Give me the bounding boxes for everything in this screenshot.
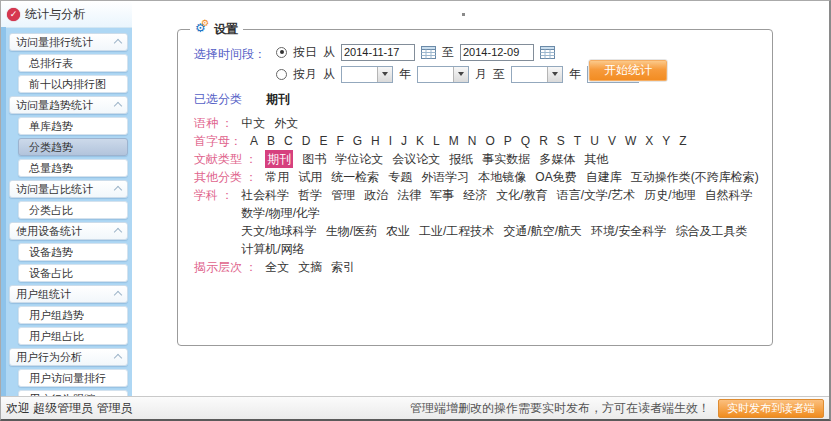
filter-option[interactable]: 中文 bbox=[241, 114, 265, 132]
filter-option[interactable]: 语言/文学/艺术 bbox=[557, 186, 636, 204]
filter-option[interactable]: 数学/物理/化学 bbox=[241, 204, 320, 222]
filter-option[interactable]: OA免费 bbox=[535, 168, 576, 186]
filter-option[interactable]: 农业 bbox=[386, 222, 410, 240]
filter-option[interactable]: I bbox=[389, 132, 392, 150]
chevron-up-icon bbox=[114, 186, 122, 194]
filter-option[interactable]: 索引 bbox=[331, 258, 355, 276]
filter-option[interactable]: 自然科学 bbox=[705, 186, 753, 204]
filter-option[interactable]: C bbox=[284, 132, 293, 150]
sidebar-item[interactable]: 单库趋势 bbox=[18, 117, 128, 135]
filter-option[interactable]: 会议论文 bbox=[392, 150, 440, 168]
filter-option[interactable]: 经济 bbox=[463, 186, 487, 204]
filter-option[interactable]: 全文 bbox=[265, 258, 289, 276]
filter-option[interactable]: 外语学习 bbox=[421, 168, 469, 186]
filter-option[interactable]: 交通/航空/航天 bbox=[503, 222, 582, 240]
sidebar-item[interactable]: 分类占比 bbox=[18, 201, 128, 219]
from-year-select[interactable] bbox=[341, 66, 393, 83]
publish-button[interactable]: 实时发布到读者端 bbox=[718, 399, 824, 418]
filter-option[interactable]: P bbox=[504, 132, 512, 150]
sidebar-item[interactable]: 设备占比 bbox=[18, 264, 128, 282]
filter-option[interactable]: M bbox=[449, 132, 459, 150]
sidebar-group-2[interactable]: 访问量占比统计 bbox=[9, 180, 128, 198]
filter-option[interactable]: 外文 bbox=[274, 114, 298, 132]
filter-option[interactable]: A bbox=[250, 132, 258, 150]
sidebar-group-4[interactable]: 用户组统计 bbox=[9, 285, 128, 303]
filter-option[interactable]: 图书 bbox=[302, 150, 326, 168]
filter-option[interactable]: U bbox=[590, 132, 599, 150]
filter-option[interactable]: V bbox=[608, 132, 616, 150]
filter-option[interactable]: B bbox=[267, 132, 275, 150]
sidebar-item[interactable]: 总量趋势 bbox=[18, 159, 128, 177]
filter-option[interactable]: 历史/地理 bbox=[644, 186, 695, 204]
filter-option[interactable]: 工业/工程技术 bbox=[419, 222, 494, 240]
start-statistics-button[interactable]: 开始统计 bbox=[588, 59, 668, 82]
filter-option[interactable]: 文摘 bbox=[298, 258, 322, 276]
filter-option[interactable]: J bbox=[401, 132, 407, 150]
by-month-radio[interactable] bbox=[276, 69, 287, 80]
sidebar-item[interactable]: 分类趋势 bbox=[18, 138, 128, 156]
filter-option[interactable]: W bbox=[625, 132, 636, 150]
filter-option[interactable]: 社会科学 bbox=[241, 186, 289, 204]
filter-option[interactable]: 互动操作类(不跨库检索) bbox=[631, 168, 759, 186]
filter-option[interactable]: 试用 bbox=[298, 168, 322, 186]
sidebar-item[interactable]: 用户组占比 bbox=[18, 327, 128, 345]
sidebar-group-3[interactable]: 使用设备统计 bbox=[9, 222, 128, 240]
filter-option[interactable]: S bbox=[557, 132, 565, 150]
filter-option[interactable]: 其他 bbox=[584, 150, 608, 168]
sidebar-group-5[interactable]: 用户行为分析 bbox=[9, 348, 128, 366]
to-year-select[interactable] bbox=[511, 66, 563, 83]
by-day-label[interactable]: 按日 bbox=[293, 44, 317, 61]
filter-option[interactable]: 统一检索 bbox=[331, 168, 379, 186]
filter-option[interactable]: G bbox=[353, 132, 362, 150]
filter-option[interactable]: O bbox=[485, 132, 494, 150]
filter-option[interactable]: 本地镜像 bbox=[478, 168, 526, 186]
filter-option[interactable]: 生物/医药 bbox=[326, 222, 377, 240]
filter-option[interactable]: N bbox=[468, 132, 477, 150]
filter-option[interactable]: D bbox=[302, 132, 311, 150]
filter-option[interactable]: 期刊 bbox=[265, 150, 293, 168]
filter-option[interactable]: Y bbox=[662, 132, 670, 150]
filter-option[interactable]: 学位论文 bbox=[335, 150, 383, 168]
filter-option[interactable]: 军事 bbox=[430, 186, 454, 204]
filter-option[interactable]: F bbox=[336, 132, 343, 150]
sidebar-item[interactable]: 前十以内排行图 bbox=[18, 75, 128, 93]
filter-option[interactable]: Q bbox=[521, 132, 530, 150]
by-month-label[interactable]: 按月 bbox=[293, 66, 317, 83]
filter-option[interactable]: 法律 bbox=[397, 186, 421, 204]
date-to-input[interactable] bbox=[460, 44, 534, 61]
filter-option[interactable]: 计算机/网络 bbox=[241, 240, 304, 258]
filter-option[interactable]: E bbox=[319, 132, 327, 150]
calendar-icon[interactable] bbox=[421, 45, 436, 59]
sidebar-item[interactable]: 用户访问量排行 bbox=[18, 369, 128, 387]
filter-option[interactable]: X bbox=[645, 132, 653, 150]
sidebar-item[interactable]: 用户组趋势 bbox=[18, 306, 128, 324]
filter-option[interactable]: 哲学 bbox=[298, 186, 322, 204]
filter-option[interactable]: 综合及工具类 bbox=[675, 222, 747, 240]
sidebar-item[interactable]: 总排行表 bbox=[18, 54, 128, 72]
filter-option[interactable]: 事实数据 bbox=[482, 150, 530, 168]
filter-option[interactable]: 专题 bbox=[388, 168, 412, 186]
by-day-radio[interactable] bbox=[276, 47, 287, 58]
filter-option[interactable]: L bbox=[433, 132, 440, 150]
calendar-icon[interactable] bbox=[540, 45, 555, 59]
chevron-up-icon bbox=[114, 228, 122, 236]
from-month-select[interactable] bbox=[417, 66, 469, 83]
sidebar-item[interactable]: 设备趋势 bbox=[18, 243, 128, 261]
filter-option[interactable]: 多媒体 bbox=[539, 150, 575, 168]
filter-option[interactable]: R bbox=[539, 132, 548, 150]
filter-option[interactable]: 环境/安全科学 bbox=[591, 222, 666, 240]
filter-option[interactable]: 文化/教育 bbox=[496, 186, 547, 204]
filter-option[interactable]: Z bbox=[679, 132, 686, 150]
filter-option[interactable]: 天文/地球科学 bbox=[241, 222, 316, 240]
filter-option[interactable]: 报纸 bbox=[449, 150, 473, 168]
filter-option[interactable]: H bbox=[371, 132, 380, 150]
filter-option[interactable]: 管理 bbox=[331, 186, 355, 204]
filter-option[interactable]: 自建库 bbox=[586, 168, 622, 186]
date-from-input[interactable] bbox=[341, 44, 415, 61]
sidebar-group-1[interactable]: 访问量趋势统计 bbox=[9, 96, 128, 114]
filter-option[interactable]: K bbox=[416, 132, 424, 150]
filter-option[interactable]: 常用 bbox=[265, 168, 289, 186]
filter-option[interactable]: 政治 bbox=[364, 186, 388, 204]
filter-option[interactable]: T bbox=[574, 132, 581, 150]
sidebar-group-0[interactable]: 访问量排行统计 bbox=[9, 33, 128, 51]
